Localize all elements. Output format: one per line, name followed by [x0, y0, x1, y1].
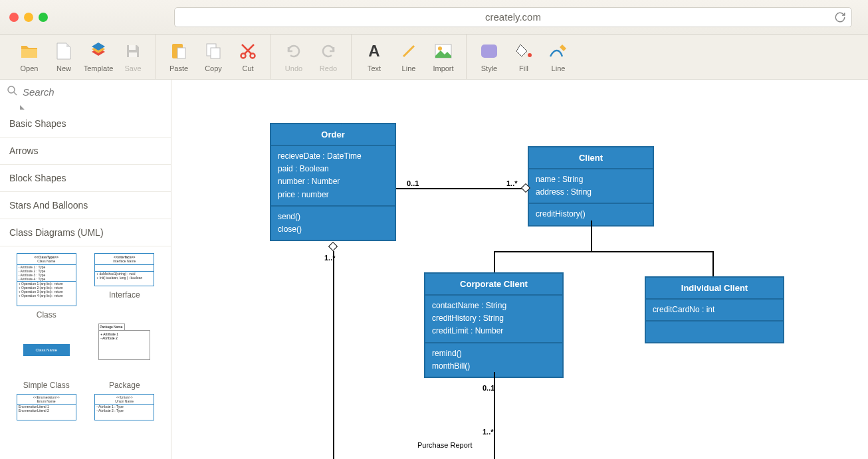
save-button[interactable]: Save: [116, 35, 150, 79]
label-purchase-report: Purchase Report: [417, 441, 473, 449]
cut-button[interactable]: Cut: [231, 35, 265, 79]
traffic-lights: [9, 13, 48, 22]
category-class-diagrams[interactable]: Class Diagrams (UML): [0, 219, 171, 246]
uml-class-individual[interactable]: Individual Client creditCardNo : int: [645, 276, 784, 343]
style-icon: [480, 42, 498, 60]
svg-rect-0: [129, 45, 136, 50]
uml-attributes: creditCardNo : int: [646, 300, 783, 321]
uml-title: Client: [529, 147, 653, 169]
minimize-window-button[interactable]: [24, 13, 33, 22]
template-button[interactable]: Template: [81, 35, 116, 79]
multiplicity: 0..1: [483, 384, 494, 392]
shapes-grid: <<ClassType>>Class Name - Attribute 1 : …: [0, 246, 171, 427]
line-icon: [399, 42, 418, 60]
paste-button[interactable]: Paste: [162, 35, 196, 79]
import-button[interactable]: Import: [426, 35, 461, 79]
uml-title: Individual Client: [646, 278, 783, 300]
uml-class-order[interactable]: Order recieveDate : DateTime paid : Bool…: [270, 123, 396, 241]
search-input[interactable]: [23, 86, 164, 98]
uml-title: Corporate Client: [425, 274, 562, 296]
reload-icon[interactable]: [834, 11, 846, 23]
style-button[interactable]: Style: [472, 35, 506, 79]
undo-icon: [284, 42, 303, 60]
svg-rect-1: [129, 52, 137, 57]
uml-title: Order: [271, 124, 395, 146]
redo-button[interactable]: Redo: [311, 35, 346, 79]
svg-rect-5: [211, 48, 220, 58]
uml-attributes: recieveDate : DateTime paid : Boolean nu…: [271, 146, 395, 207]
search-row: [0, 80, 171, 104]
multiplicity: 1..*: [506, 179, 518, 187]
uml-attributes: contactName : String creditHistory : Str…: [425, 296, 562, 343]
svg-point-7: [251, 53, 255, 58]
text-button[interactable]: A Text: [357, 35, 391, 79]
svg-point-10: [438, 46, 442, 50]
new-button[interactable]: New: [47, 35, 81, 79]
shape-enum[interactable]: <<Enumeration>>Enum Name EnumerationLite…: [9, 394, 84, 420]
copy-button[interactable]: Copy: [196, 35, 231, 79]
import-icon: [434, 42, 453, 60]
cut-icon: [239, 42, 257, 60]
canvas[interactable]: Order recieveDate : DateTime paid : Bool…: [171, 80, 868, 459]
fill-button[interactable]: Fill: [506, 35, 541, 79]
text-icon: A: [365, 42, 383, 60]
category-arrows[interactable]: Arrows: [0, 138, 171, 165]
template-icon: [89, 42, 108, 60]
maximize-window-button[interactable]: [39, 13, 48, 22]
save-icon: [124, 42, 142, 60]
shape-union[interactable]: <<Union>>Union Name - Attribute 1 : Type…: [88, 394, 162, 420]
line-button[interactable]: Line: [391, 35, 426, 79]
svg-rect-3: [177, 48, 185, 58]
shape-simple-class[interactable]: Class Name Simple Class: [9, 323, 84, 390]
shape-interface[interactable]: <<interface>>Interface Name + doMethod1(…: [88, 253, 162, 320]
sidebar: ◣ Basic Shapes Arrows Block Shapes Stars…: [0, 80, 171, 459]
svg-point-6: [241, 53, 246, 58]
copy-icon: [204, 42, 223, 60]
svg-rect-11: [481, 45, 497, 58]
svg-point-13: [8, 86, 15, 93]
url-bar[interactable]: creately.com: [174, 7, 852, 27]
connector[interactable]: [591, 221, 592, 252]
line-style-button[interactable]: Line: [541, 35, 576, 79]
file-icon: [54, 42, 73, 60]
multiplicity: 1..*: [324, 254, 336, 262]
uml-methods: [646, 321, 783, 342]
close-window-button[interactable]: [9, 13, 19, 22]
open-button[interactable]: Open: [12, 35, 47, 79]
redo-icon: [319, 42, 338, 60]
line-style-icon: [549, 42, 568, 60]
paste-icon: [169, 42, 188, 60]
browser-chrome: creately.com: [0, 0, 868, 35]
search-icon: [7, 85, 17, 98]
uml-class-client[interactable]: Client name : String address : String cr…: [528, 146, 654, 227]
undo-button[interactable]: Undo: [276, 35, 311, 79]
connector[interactable]: [712, 251, 714, 276]
collapse-caret[interactable]: ◣: [0, 104, 171, 110]
connector[interactable]: [396, 188, 528, 189]
connector[interactable]: [494, 251, 495, 272]
fill-icon: [514, 42, 533, 60]
category-block-shapes[interactable]: Block Shapes: [0, 165, 171, 192]
diamond-icon: [328, 242, 338, 251]
shape-class[interactable]: <<ClassType>>Class Name - Attribute 1 : …: [9, 253, 84, 320]
svg-line-8: [403, 46, 414, 56]
connector[interactable]: [494, 251, 713, 252]
uml-class-corporate[interactable]: Corporate Client contactName : String cr…: [424, 272, 564, 378]
folder-icon: [20, 42, 39, 60]
connector[interactable]: [333, 251, 334, 459]
multiplicity: 0..1: [407, 179, 419, 187]
url-text: creately.com: [485, 11, 541, 23]
multiplicity: 1..*: [483, 428, 494, 436]
category-stars-balloons[interactable]: Stars And Balloons: [0, 192, 171, 219]
shape-package[interactable]: Package Name + Attribute 1- Attribute 2 …: [88, 323, 162, 390]
toolbar: Open New Template Save Paste Copy Cut: [0, 35, 868, 80]
category-basic-shapes[interactable]: Basic Shapes: [0, 110, 171, 138]
svg-point-12: [528, 53, 532, 57]
uml-attributes: name : String address : String: [529, 169, 653, 204]
uml-methods: send() close(): [271, 207, 395, 240]
